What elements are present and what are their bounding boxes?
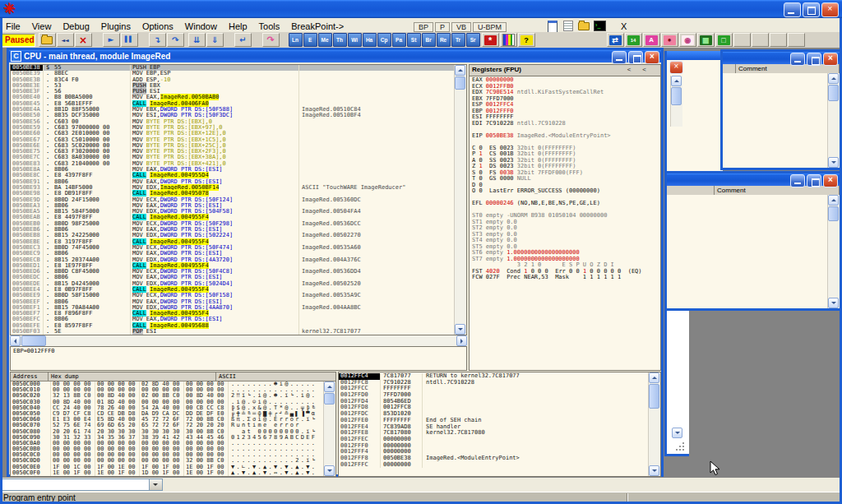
dump-vertical-scrollbar[interactable] <box>323 381 335 476</box>
column-header-blank[interactable] <box>723 64 736 73</box>
register-line[interactable]: EFL 00000246 (NO,NB,E,BE,NS,PE,GE,LE) <box>470 201 660 207</box>
scroll-up-icon[interactable] <box>828 73 839 84</box>
close-button[interactable]: × <box>823 53 838 66</box>
disasm-horizontal-scrollbar[interactable] <box>10 335 467 346</box>
step-over-button[interactable]: ↷ <box>167 33 184 47</box>
registers-header-arrows[interactable]: << <box>627 66 658 76</box>
disasm-row[interactable]: 0050BED6.8B0D C8F45000MOV ECX,DWORD PTR … <box>11 269 455 275</box>
scroll-thumb[interactable] <box>828 85 839 101</box>
disasm-row[interactable]: 0050BEFE.E8 8597F8FFCALL ImageRed.004956… <box>11 323 455 329</box>
disasm-row[interactable]: 0050BEB0.8B0D 98F25000MOV ECX,DWORD PTR … <box>11 221 455 227</box>
pause-button[interactable]: ▌▌ <box>121 33 138 47</box>
window-middle-right-titlebar[interactable]: × <box>667 173 840 186</box>
menu-item-tools[interactable]: Tools <box>253 20 286 31</box>
scroll-down-icon[interactable] <box>828 298 839 308</box>
plugin-a-button[interactable]: A <box>643 33 660 47</box>
scroll-thumb[interactable] <box>21 335 46 346</box>
menu-item-help[interactable]: Help <box>223 20 253 31</box>
scroll-thumb[interactable] <box>828 206 839 221</box>
terminal-icon[interactable]: ›_ <box>593 20 605 31</box>
open-file-button[interactable] <box>39 33 56 47</box>
main-titlebar[interactable]: ✳ × <box>0 0 842 18</box>
pane-button-wi[interactable]: Wi <box>348 33 362 47</box>
pane-button-sr[interactable]: Sr <box>466 33 480 47</box>
plugin-spiral-button[interactable]: ◉ <box>679 33 696 47</box>
disasm-row[interactable]: 0050BEF7.E8 F896F8FFCALL ImageRed.004955… <box>11 311 455 317</box>
document-icon[interactable] <box>562 20 574 31</box>
close-button[interactable]: × <box>821 2 839 17</box>
run-button[interactable]: ► <box>103 33 120 47</box>
close-module-icon[interactable]: × <box>75 33 92 47</box>
dump-header-hex[interactable]: Hex dump <box>49 372 216 381</box>
command-combobox[interactable] <box>2 479 163 491</box>
dump-row[interactable]: 0050C1001F 00 1E 001F 00 1E 001F 00 1E 0… <box>11 476 324 477</box>
scroll-thumb[interactable] <box>324 393 335 405</box>
execute-till-return-button[interactable]: ↵ <box>234 33 252 47</box>
go-back-icon[interactable]: ◄◄ <box>57 33 74 47</box>
scroll-up-icon[interactable] <box>671 76 682 86</box>
menu-close-x[interactable]: X <box>615 20 632 31</box>
disasm-row[interactable]: 0050BE9D.8B0D 24F15000MOV ECX,DWORD PTR … <box>11 197 455 203</box>
minimize-button[interactable] <box>784 2 801 17</box>
pane-button-me[interactable]: Me <box>318 33 332 47</box>
menu-item-breakpoint[interactable]: BreakPoint-> <box>285 20 349 31</box>
swap-panes-button[interactable]: ⇄ <box>607 33 624 47</box>
pane-button-br[interactable]: Br <box>422 33 436 47</box>
menu-item-options[interactable]: Options <box>136 20 179 31</box>
scroll-right-icon[interactable] <box>456 335 467 346</box>
disasm-row[interactable]: 0050BEE9.8B0D 58F15000MOV ECX,DWORD PTR … <box>11 293 455 298</box>
pane-button-re[interactable]: Re <box>437 33 451 47</box>
pane-button-pa[interactable]: Pa <box>392 33 406 47</box>
empty-button-2[interactable] <box>752 33 769 47</box>
cpu-window[interactable]: C CPU - main thread, module ImageRed × 0… <box>7 48 664 477</box>
scroll-thumb[interactable] <box>649 384 659 409</box>
menu-item-debug[interactable]: Debug <box>57 20 95 31</box>
menu-button-p[interactable]: P <box>435 22 450 32</box>
scroll-down-icon[interactable] <box>649 465 659 476</box>
scroll-thumb[interactable] <box>455 76 465 90</box>
close-button[interactable]: × <box>823 174 838 187</box>
register-line[interactable]: FCW 027F Prec NEAR,53 Mask 1 1 1 1 1 1 <box>470 275 660 281</box>
window-top-right[interactable]: × Comment <box>720 49 842 170</box>
empty-button-4[interactable] <box>788 33 805 47</box>
pane-button-st[interactable]: St <box>407 33 421 47</box>
scroll-down-icon[interactable] <box>672 428 682 438</box>
register-line[interactable]: EDI 7C910228 ntdll.7C910228 <box>470 121 660 127</box>
restore-button[interactable] <box>807 174 821 187</box>
column-header-blank[interactable] <box>667 186 715 195</box>
scroll-down-icon[interactable] <box>455 324 465 335</box>
empty-button-1[interactable] <box>733 33 751 47</box>
vertical-scrollbar[interactable] <box>827 195 840 308</box>
step-into-button[interactable]: ↴ <box>149 33 166 47</box>
restore-button[interactable] <box>807 53 821 66</box>
notepad-icon[interactable] <box>546 20 558 31</box>
registers-header[interactable]: Registers (FPU) << <box>470 65 660 76</box>
scroll-down-icon[interactable] <box>324 465 335 476</box>
minimize-button[interactable] <box>790 53 805 66</box>
stack-row[interactable]: 0012FFFC00000000 <box>339 462 649 469</box>
register-line[interactable]: O 0 LastErr ERROR_SUCCESS (00000000) <box>470 188 660 195</box>
window-top-right-titlebar[interactable]: × <box>723 52 840 64</box>
plugin-14-button[interactable]: 14 <box>625 33 642 47</box>
window-middle-right[interactable]: × Comment <box>664 171 842 311</box>
minimize-button[interactable] <box>612 51 627 64</box>
folder-icon[interactable] <box>577 20 590 31</box>
appearance-button[interactable] <box>500 33 517 47</box>
disasm-row[interactable]: 0050BE83.C683 21040000 00MOV BYTE PTR DS… <box>11 161 455 167</box>
pane-button-tr[interactable]: Tr <box>451 33 465 47</box>
scroll-up-icon[interactable] <box>828 195 839 206</box>
restore-button[interactable] <box>803 2 820 17</box>
animate-into-button[interactable]: ⇊ <box>188 33 206 47</box>
menu-button-bp[interactable]: BP <box>414 22 433 32</box>
pane-button-cp[interactable]: Cp <box>377 33 391 47</box>
plugin-mat-button[interactable]: ▦ <box>697 33 715 47</box>
menu-item-file[interactable]: File <box>0 20 26 31</box>
menu-button-u-bpm[interactable]: U-BPM <box>473 22 507 32</box>
pane-button-th[interactable]: Th <box>333 33 347 47</box>
stack-vertical-scrollbar[interactable] <box>648 372 660 476</box>
dump-header-ascii[interactable]: ASCII <box>216 372 335 381</box>
help-button[interactable]: ? <box>518 33 535 47</box>
disasm-row[interactable]: 0050BE8C.E8 4397F8FFCALL ImageRed.004955… <box>11 173 455 178</box>
empty-button-3[interactable] <box>770 33 787 47</box>
disasm-vertical-scrollbar[interactable] <box>454 65 466 335</box>
